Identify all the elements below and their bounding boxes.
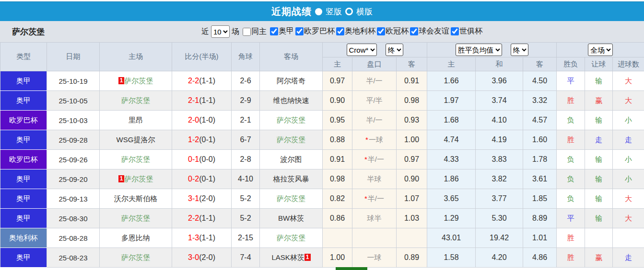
handicap-result-cell: 输 bbox=[585, 150, 613, 169]
away-team-cell[interactable]: 萨尔茨堡 bbox=[260, 189, 323, 209]
home-team-cell[interactable]: 沃尔夫斯伯格 bbox=[100, 189, 172, 209]
handicap-cell: 半/一 bbox=[352, 111, 397, 130]
fulltime-score: 2-0 bbox=[188, 116, 199, 124]
away-team-cell[interactable]: 阿尔塔奇 bbox=[260, 71, 323, 91]
table-row: 奥甲 25-10-19 1萨尔茨堡 2-2(1-1) 2-6 阿尔塔奇 0.97… bbox=[0, 71, 644, 91]
away-team-cell[interactable]: 萨尔茨堡 bbox=[260, 228, 323, 248]
score-cell[interactable]: 2-2(1-1) bbox=[172, 209, 232, 228]
score-cell[interactable]: 1-3(1-1) bbox=[172, 228, 232, 248]
home-team-cell[interactable]: WSG提洛尔 bbox=[100, 130, 172, 150]
away-team-name: 波尔图 bbox=[281, 155, 302, 163]
match-result-cell: 胜 bbox=[557, 130, 585, 150]
league-filter-2[interactable]: 奥地利杯 bbox=[335, 26, 375, 36]
league-checkbox[interactable] bbox=[410, 27, 418, 35]
same-home-checkbox[interactable] bbox=[243, 28, 251, 36]
date-cell: 25-10-19 bbox=[47, 71, 100, 91]
away-team-cell[interactable]: 萨尔茨堡 bbox=[260, 130, 323, 150]
asian-home-odds-cell: 1.00 bbox=[323, 248, 352, 268]
vertical-layout-radio[interactable] bbox=[315, 8, 322, 15]
score-cell[interactable]: 0-2(0-1) bbox=[172, 169, 232, 189]
home-team-name: 萨尔茨堡 bbox=[124, 175, 153, 183]
asian-time-select[interactable]: 终 bbox=[386, 44, 403, 56]
league-label: 欧罗巴杯 bbox=[304, 26, 335, 36]
home-team-cell[interactable]: 1萨尔茨堡 bbox=[100, 71, 172, 91]
vertical-layout-label[interactable]: 竖版 bbox=[326, 6, 342, 17]
same-home-filter[interactable]: 同主 bbox=[241, 27, 267, 37]
home-team-cell[interactable]: 里昂 bbox=[100, 111, 172, 130]
handicap-cell: 一球 bbox=[352, 248, 397, 268]
asian-away-odds-cell: 0.97 bbox=[397, 150, 427, 169]
horizontal-layout-radio[interactable] bbox=[345, 8, 353, 15]
corner-cell: 5-2 bbox=[232, 209, 260, 228]
score-cell[interactable]: 2-1(1-1) bbox=[172, 91, 232, 111]
euro-home-odds-cell: 1.29 bbox=[427, 209, 476, 228]
away-team-cell[interactable]: 维也纳快速 bbox=[260, 91, 323, 111]
away-team-cell[interactable]: LASK林茨1 bbox=[260, 248, 323, 268]
col-header-eu-draw: 和 bbox=[476, 57, 523, 71]
goals-result-cell: 小 bbox=[613, 169, 644, 189]
corner-cell: 2-8 bbox=[232, 150, 260, 169]
score-cell[interactable]: 2-2(1-1) bbox=[172, 71, 232, 91]
fulltime-score: 3-1 bbox=[188, 194, 199, 202]
league-filter-1[interactable]: 欧罗巴杯 bbox=[294, 26, 335, 36]
euro-home-odds-cell: 1.66 bbox=[427, 71, 476, 91]
table-row: 欧罗巴杯 25-09-26 萨尔茨堡 0-1(0-0) 2-8 波尔图 0.91… bbox=[0, 150, 644, 169]
table-row: 奥甲 25-10-05 萨尔茨堡 2-1(1-1) 2-9 维也纳快速 0.90… bbox=[0, 91, 644, 111]
league-filter-0[interactable]: 奥甲 bbox=[269, 26, 294, 36]
euro-type-select[interactable]: 胜平负均值 bbox=[456, 44, 502, 56]
league-checkbox[interactable] bbox=[270, 27, 278, 35]
away-team-cell[interactable]: BW林茨 bbox=[260, 209, 323, 228]
filters: 近 10 场 同主 奥甲欧罗巴杯奥地利杯欧冠杯球会友谊世俱杯 bbox=[201, 25, 482, 38]
euro-time-select[interactable]: 终 bbox=[511, 44, 528, 56]
euro-away-odds-cell: 3.61 bbox=[523, 169, 557, 189]
league-filter-5[interactable]: 世俱杯 bbox=[449, 26, 482, 36]
away-team-cell[interactable]: 萨尔茨堡 bbox=[260, 111, 323, 130]
league-filter-3[interactable]: 欧冠杯 bbox=[375, 26, 409, 36]
halftime-score: (1-1) bbox=[199, 77, 215, 85]
score-cell[interactable]: 0-1(0-0) bbox=[172, 150, 232, 169]
euro-away-odds-cell: 4.57 bbox=[523, 111, 557, 130]
handicap-line: 球半 bbox=[367, 214, 382, 222]
horizontal-layout-label[interactable]: 横版 bbox=[356, 6, 373, 17]
col-header-score: 比分(半场) bbox=[172, 43, 232, 71]
home-team-cell[interactable]: 1萨尔茨堡 bbox=[100, 169, 172, 189]
date-cell: 25-09-26 bbox=[47, 150, 100, 169]
goals-result-cell bbox=[613, 228, 644, 248]
home-team-cell[interactable]: 萨尔茨堡 bbox=[100, 248, 172, 268]
home-team-name: 萨尔茨堡 bbox=[121, 214, 150, 222]
score-cell[interactable]: 3-0(2-0) bbox=[172, 248, 232, 268]
match-count-select[interactable]: 10 bbox=[211, 25, 230, 38]
league-filter-4[interactable]: 球会友谊 bbox=[409, 26, 449, 36]
home-team-cell[interactable]: 萨尔茨堡 bbox=[100, 91, 172, 111]
handicap-line: 一球 bbox=[367, 253, 382, 261]
league-checkbox[interactable] bbox=[377, 27, 385, 35]
fulltime-score: 1-2 bbox=[188, 135, 199, 144]
euro-away-odds-cell: 1.78 bbox=[523, 150, 557, 169]
home-team-name: 萨尔茨堡 bbox=[121, 253, 150, 261]
euro-away-odds-cell: 4.50 bbox=[523, 71, 557, 91]
date-cell: 25-10-05 bbox=[47, 91, 100, 111]
euro-home-odds-cell: 1.97 bbox=[427, 91, 476, 111]
score-cell[interactable]: 3-1(2-0) bbox=[172, 189, 232, 209]
scope-select[interactable]: 全场 bbox=[588, 44, 613, 56]
handicap-star: * bbox=[364, 155, 367, 163]
home-team-cell[interactable]: 多恩比纳 bbox=[100, 228, 172, 248]
score-cell[interactable]: 1-2(0-1) bbox=[172, 130, 232, 150]
asian-home-odds-cell: 0.90 bbox=[323, 91, 352, 111]
away-team-cell[interactable]: 波尔图 bbox=[260, 150, 323, 169]
match-result-cell: 平 bbox=[557, 71, 585, 91]
away-team-name: LASK林茨 bbox=[271, 253, 304, 261]
away-team-name: BW林茨 bbox=[278, 214, 304, 222]
fulltime-score: 2-2 bbox=[188, 77, 199, 85]
league-label: 欧冠杯 bbox=[386, 26, 409, 36]
away-team-name: 萨尔茨堡 bbox=[277, 135, 305, 144]
score-cell[interactable]: 2-0(1-0) bbox=[172, 111, 232, 130]
home-team-cell[interactable]: 萨尔茨堡 bbox=[100, 150, 172, 169]
bookmaker-select[interactable]: Crow* bbox=[347, 44, 377, 56]
league-checkbox[interactable] bbox=[295, 27, 304, 35]
home-team-cell[interactable]: 萨尔茨堡 bbox=[100, 209, 172, 228]
league-checkbox[interactable] bbox=[451, 27, 459, 35]
away-team-cell[interactable]: 格拉茨风暴 bbox=[260, 169, 323, 189]
home-team-name: 萨尔茨堡 bbox=[121, 96, 150, 104]
league-checkbox[interactable] bbox=[336, 27, 344, 35]
